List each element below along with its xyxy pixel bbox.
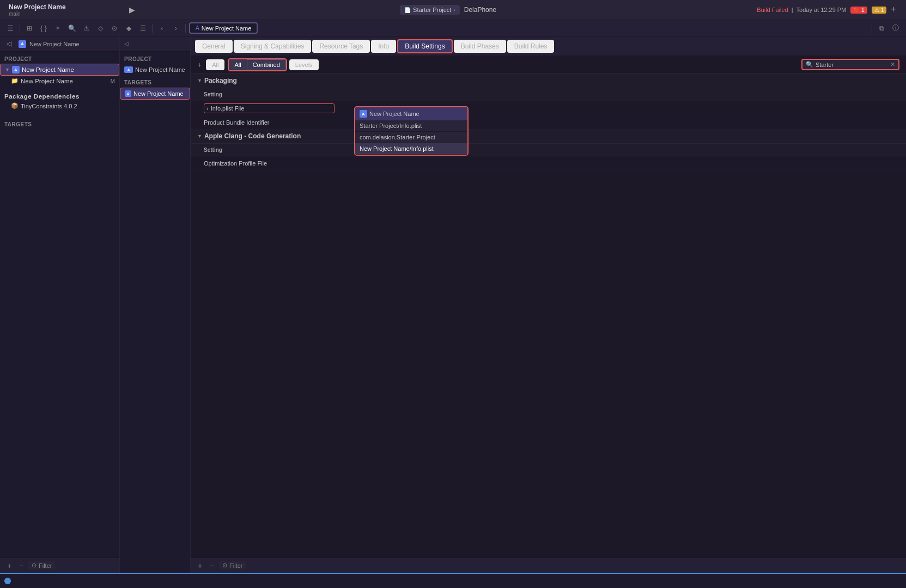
tab-signing[interactable]: Signing & Capabilities xyxy=(234,40,312,53)
hierarchy-icon[interactable]: ⊧ xyxy=(52,22,64,34)
bundle-id-row: Product Bundle Identifier xyxy=(191,116,906,129)
filter-label: Filter xyxy=(39,562,52,569)
error-badge: 🔴 1 xyxy=(850,7,867,14)
add-item-btn[interactable]: + xyxy=(4,561,14,571)
nav-section-project: PROJECT xyxy=(120,52,190,64)
settings-bottom-bar: + − ⊙ Filter xyxy=(191,558,906,573)
nav-target-item[interactable]: A New Project Name xyxy=(120,88,190,100)
add-button[interactable]: + xyxy=(891,4,902,15)
navigator-panel: ◁ PROJECT A New Project Name TARGETS A N… xyxy=(120,36,191,573)
split-icon[interactable]: ⧉ xyxy=(875,22,887,34)
tab-build-settings[interactable]: Build Settings xyxy=(397,39,452,53)
toolbar-sep-4 xyxy=(872,24,872,33)
breadcrumb-chevron: › xyxy=(453,7,455,13)
sub-tab-bar: + All All Combined Levels 🔍 ✕ xyxy=(191,56,906,74)
sidebar-toggle-icon[interactable]: ☰ xyxy=(4,22,16,34)
sidebar-file-label: New Project Name xyxy=(29,41,80,47)
project-section-header: PROJECT xyxy=(0,52,119,64)
search-toolbar-icon[interactable]: 🔍 xyxy=(66,22,78,34)
branch-name: main xyxy=(9,11,66,17)
settings-filter[interactable]: ⊙ Filter xyxy=(219,561,246,569)
settings-filter-icon: ⊙ xyxy=(222,562,227,569)
root-arrow: ▼ xyxy=(5,67,10,72)
code-gen-header[interactable]: ▼ Apple Clang - Code Generation xyxy=(191,129,906,144)
warning-icon[interactable]: ⚠ xyxy=(80,22,92,34)
root-project-icon: A xyxy=(12,66,20,74)
nav-project-label: New Project Name xyxy=(135,66,185,73)
file-breadcrumb-sidebar: ◁ A New Project Name xyxy=(0,36,119,52)
settings-add-btn[interactable]: + xyxy=(195,561,205,571)
forward-icon[interactable]: › xyxy=(170,22,182,34)
setting-header-row: Setting xyxy=(191,88,906,101)
main-layout: ◁ A New Project Name PROJECT ▼ A New Pro… xyxy=(0,36,906,573)
settings-remove-btn[interactable]: − xyxy=(207,561,217,571)
nav-project-icon: A xyxy=(124,66,133,73)
inspector-icon[interactable]: ⓘ xyxy=(890,22,902,34)
dropdown-item-1[interactable]: Starter Project/Info.plist xyxy=(355,120,467,132)
tab-bar: General Signing & Capabilities Resource … xyxy=(191,36,906,56)
search-icon: 🔍 xyxy=(806,61,813,68)
code-icon[interactable]: { } xyxy=(38,22,50,34)
tab-resource-tags[interactable]: Resource Tags xyxy=(312,40,370,53)
packaging-header[interactable]: ▼ Packaging xyxy=(191,74,906,88)
info-plist-chevron: › xyxy=(206,105,209,112)
tab-info[interactable]: Info xyxy=(371,40,396,53)
sub-tab-all[interactable]: All xyxy=(229,59,246,70)
subproject-icon: 📁 xyxy=(11,77,19,85)
starter-project-breadcrumb[interactable]: 📄 Starter Project › xyxy=(400,5,460,15)
package-deps-header: Package Dependencies xyxy=(0,87,119,101)
build-status: Build Failed | Today at 12:29 PM xyxy=(757,7,846,13)
remove-item-btn[interactable]: − xyxy=(16,561,26,571)
settings-panel: General Signing & Capabilities Resource … xyxy=(191,36,906,573)
nav-project-item[interactable]: A New Project Name xyxy=(120,64,190,75)
breakpoint-icon[interactable]: ◆ xyxy=(123,22,135,34)
split-view: ◁ PROJECT A New Project Name TARGETS A N… xyxy=(120,36,906,573)
package-icon: 📦 xyxy=(11,102,19,109)
dropdown-item-3[interactable]: New Project Name/Info.plist xyxy=(355,143,467,155)
env-icon[interactable]: ☰ xyxy=(137,22,149,34)
project-info: New Project Name main xyxy=(9,3,66,17)
info-plist-name[interactable]: › Info.plist File xyxy=(204,103,335,113)
tiny-constraints-item[interactable]: 📦 TinyConstraints 4.0.2 xyxy=(0,101,119,111)
content-area: ◁ PROJECT A New Project Name TARGETS A N… xyxy=(120,36,906,573)
title-bar: New Project Name main ▶ 📄 Starter Projec… xyxy=(0,0,906,20)
search-clear-btn[interactable]: ✕ xyxy=(890,61,895,68)
packaging-arrow: ▼ xyxy=(197,78,202,83)
toolbar: ☰ ⊞ { } ⊧ 🔍 ⚠ ◇ ⊙ ◆ ☰ ‹ › A New Project … xyxy=(0,20,906,36)
debug-icon[interactable]: ⊙ xyxy=(108,22,120,34)
sidebar-item-root[interactable]: ▼ A New Project Name xyxy=(0,64,119,76)
tab-icon: A xyxy=(196,25,199,31)
tab-build-phases[interactable]: Build Phases xyxy=(454,40,506,53)
sidebar: ◁ A New Project Name PROJECT ▼ A New Pro… xyxy=(0,36,120,573)
nav-header: ◁ xyxy=(120,36,190,52)
nav-target-label: New Project Name xyxy=(133,90,184,97)
back-icon[interactable]: ‹ xyxy=(156,22,168,34)
sub-tab-levels[interactable]: Levels xyxy=(289,59,319,70)
build-time: Today at 12:29 PM xyxy=(796,7,847,13)
warning-badge: ⚠ 1 xyxy=(872,7,886,14)
search-input[interactable] xyxy=(816,62,888,68)
play-button[interactable]: ▶ xyxy=(124,2,139,17)
toolbar-sep-2 xyxy=(152,24,153,33)
sub-tab-basic[interactable]: All xyxy=(206,59,224,70)
nav-collapse-btn[interactable]: ◁ xyxy=(124,40,129,47)
add-setting-btn[interactable]: + xyxy=(197,60,202,69)
dropdown-item-2[interactable]: com.delasion.Starter-Project xyxy=(355,132,467,143)
collapse-icon[interactable]: ◁ xyxy=(7,40,15,48)
modified-badge: M xyxy=(111,78,115,84)
setting-col-header: Setting xyxy=(204,91,335,97)
sidebar-filter[interactable]: ⊙ Filter xyxy=(28,561,55,569)
test-icon[interactable]: ◇ xyxy=(94,22,106,34)
package-label: TinyConstraints 4.0.2 xyxy=(21,103,77,109)
sub-tab-combined[interactable]: Combined xyxy=(247,59,286,70)
blue-dot xyxy=(4,578,11,584)
sidebar-bottom-bar: + − ⊙ Filter xyxy=(0,558,119,573)
packaging-section: ▼ Packaging Setting › Info.plist File xyxy=(191,74,906,129)
title-bar-left: New Project Name main xyxy=(4,3,124,17)
active-tab-pill[interactable]: A New Project Name xyxy=(189,22,258,34)
tab-general[interactable]: General xyxy=(195,40,233,53)
grid-icon[interactable]: ⊞ xyxy=(23,22,35,34)
build-failed-text: Build Failed xyxy=(757,7,788,13)
tab-build-rules[interactable]: Build Rules xyxy=(507,40,555,53)
sidebar-item-subproject[interactable]: 📁 New Project Name M xyxy=(0,76,119,87)
